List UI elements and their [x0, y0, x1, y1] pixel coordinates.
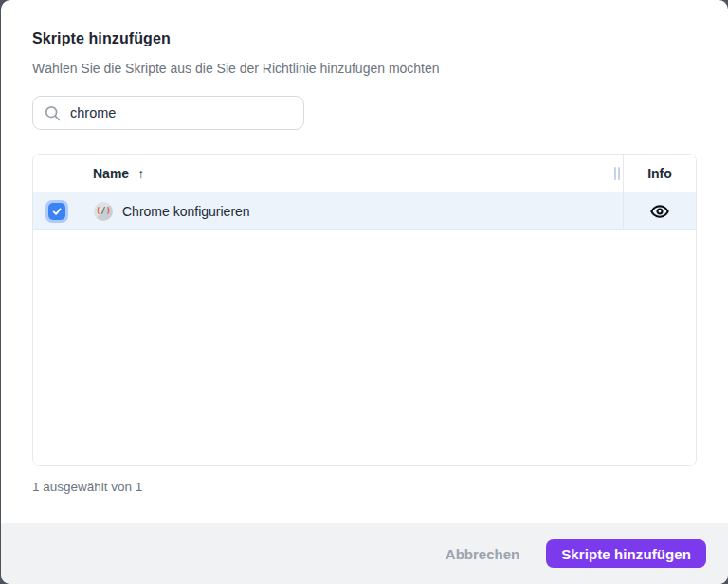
checkmark-icon — [48, 203, 65, 220]
column-header-name-label: Name — [93, 166, 129, 181]
table-row[interactable]: (/) Chrome konfigurieren — [33, 192, 696, 230]
dialog-title: Skripte hinzufügen — [32, 30, 697, 47]
dialog-body: Skripte hinzufügen Wählen Sie die Skript… — [1, 0, 728, 523]
scripts-table: Name ↑ Info ( — [32, 154, 697, 466]
search-input[interactable] — [70, 105, 294, 120]
search-icon — [45, 105, 61, 121]
table-header-row: Name ↑ Info — [33, 155, 696, 192]
add-scripts-dialog: Skripte hinzufügen Wählen Sie die Skript… — [1, 0, 728, 584]
column-header-name[interactable]: Name ↑ — [33, 155, 623, 192]
eye-icon[interactable] — [650, 202, 669, 221]
row-checkbox[interactable] — [46, 200, 68, 223]
cancel-button[interactable]: Abbrechen — [440, 546, 525, 562]
dialog-footer: Abbrechen Skripte hinzufügen — [1, 523, 728, 584]
dialog-subtitle: Wählen Sie die Skripte aus die Sie der R… — [32, 60, 697, 77]
table-cell-info — [623, 192, 696, 229]
column-header-info-label: Info — [647, 166, 672, 181]
script-icon: (/) — [94, 202, 113, 221]
column-resize-handle[interactable] — [614, 167, 620, 180]
add-scripts-button[interactable]: Skripte hinzufügen — [546, 539, 706, 568]
column-header-info: Info — [623, 155, 696, 192]
sort-ascending-icon[interactable]: ↑ — [137, 166, 144, 181]
selection-summary: 1 ausgewählt von 1 — [32, 480, 697, 494]
table-cell-name: (/) Chrome konfigurieren — [33, 192, 623, 229]
table-empty-area — [33, 230, 696, 465]
search-box[interactable] — [32, 96, 304, 130]
script-name: Chrome konfigurieren — [122, 204, 250, 219]
